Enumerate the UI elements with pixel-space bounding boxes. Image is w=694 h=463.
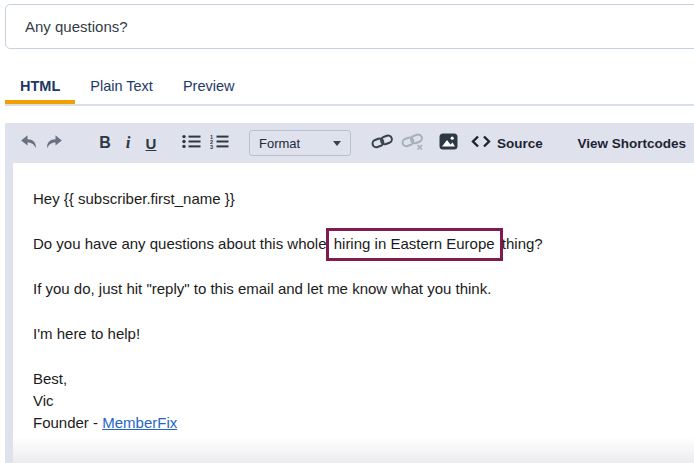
format-dropdown[interactable]: Format (249, 130, 351, 156)
memberfix-link[interactable]: MemberFix (102, 414, 177, 431)
editor-content-area[interactable]: Hey {{ subscriber.first_name }} Do you h… (13, 163, 694, 463)
signature-role: Founder - MemberFix (33, 412, 674, 434)
subject-input[interactable] (5, 4, 694, 49)
svg-text:3: 3 (210, 144, 213, 149)
tab-html[interactable]: HTML (5, 70, 75, 104)
view-shortcodes-button[interactable]: View Shortcodes (577, 128, 686, 158)
insert-image-button[interactable] (433, 128, 463, 158)
format-dropdown-value: Format (259, 136, 333, 151)
rich-text-editor: B i U (5, 123, 694, 463)
bulleted-list-button[interactable] (177, 128, 205, 158)
remove-link-button[interactable] (397, 128, 427, 158)
question-text-before: Do you have any questions about this who… (33, 235, 331, 252)
italic-button[interactable]: i (117, 128, 139, 158)
paragraph-reply: If you do, just hit "reply" to this emai… (33, 278, 674, 300)
paragraph-help: I'm here to help! (33, 323, 674, 345)
bold-button[interactable]: B (93, 128, 117, 158)
editor-mode-tabs: HTML Plain Text Preview (5, 70, 694, 106)
numbered-list-button[interactable]: 123 (205, 128, 233, 158)
annotation-highlight-box: hiring in Eastern Europe (326, 228, 503, 261)
insert-image-icon (439, 133, 458, 153)
paragraph-question: Do you have any questions about this who… (33, 233, 674, 255)
paragraph-greeting: Hey {{ subscriber.first_name }} (33, 188, 674, 210)
paragraph-signature: Best, Vic Founder - MemberFix (33, 368, 674, 434)
redo-button[interactable] (41, 128, 67, 158)
email-editor-page: HTML Plain Text Preview B (0, 0, 694, 463)
source-button[interactable]: Source (471, 128, 543, 158)
numbered-list-icon: 123 (210, 134, 229, 152)
undo-arrow-icon (20, 134, 37, 152)
signature-role-prefix: Founder - (33, 414, 102, 431)
editor-toolbar: B i U (5, 123, 694, 163)
insert-link-button[interactable] (367, 128, 397, 158)
source-button-label: Source (497, 136, 543, 151)
chevron-down-icon (333, 141, 341, 146)
redo-arrow-icon (46, 134, 63, 152)
bulleted-list-icon (182, 134, 201, 152)
question-text-after: thing? (498, 235, 543, 252)
remove-link-icon (401, 132, 424, 154)
signature-name: Vic (33, 390, 674, 412)
signature-closing: Best, (33, 368, 674, 390)
underline-button[interactable]: U (139, 128, 163, 158)
code-brackets-icon (471, 135, 491, 151)
tab-preview[interactable]: Preview (168, 70, 250, 104)
insert-link-icon (371, 133, 394, 153)
undo-button[interactable] (15, 128, 41, 158)
tab-plain-text[interactable]: Plain Text (75, 70, 168, 104)
